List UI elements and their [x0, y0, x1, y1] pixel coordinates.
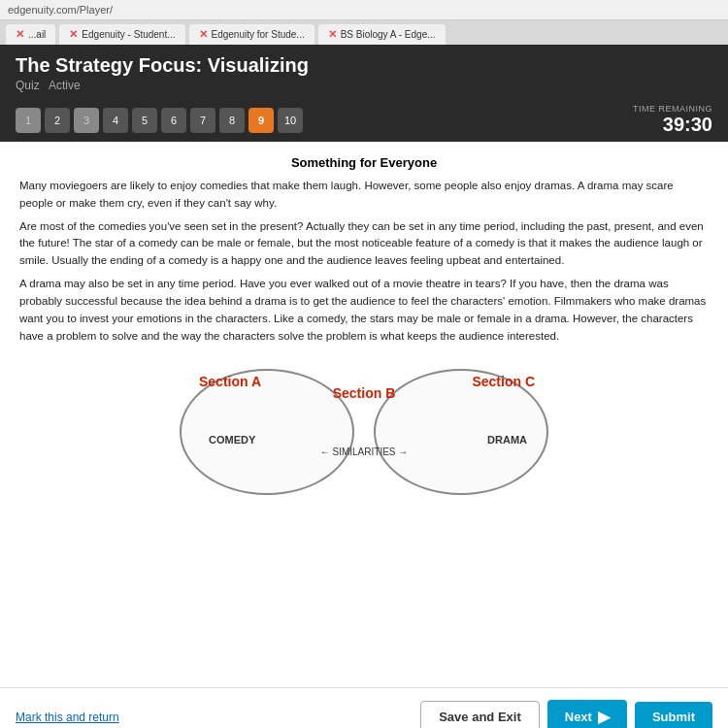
main-content: Something for Everyone Many moviegoers a… — [0, 142, 728, 687]
question-nav-bar: 1 2 3 4 5 6 7 8 9 10 TIME REMAINING 39:3… — [0, 98, 728, 142]
submit-button[interactable]: Submit — [635, 702, 712, 728]
passage-paragraph-1: Many moviegoers are likely to enjoy come… — [19, 178, 709, 213]
question-bubble-2[interactable]: 2 — [45, 108, 70, 133]
question-bubble-6[interactable]: 6 — [161, 108, 186, 133]
quiz-status: Quiz Active — [16, 79, 712, 92]
question-bubble-10[interactable]: 10 — [278, 108, 303, 133]
question-bubbles: 1 2 3 4 5 6 7 8 9 10 — [16, 108, 303, 133]
tab-close-icon-1: ✕ — [16, 28, 24, 41]
mark-return-link[interactable]: Mark this and return — [16, 711, 119, 724]
passage-title: Something for Everyone — [19, 155, 709, 170]
save-exit-button[interactable]: Save and Exit — [420, 701, 540, 728]
tab-close-icon-2: ✕ — [69, 28, 78, 41]
venn-wrapper: Section A Section B Section C COMEDY ← S… — [180, 364, 548, 500]
question-bubble-9[interactable]: 9 — [248, 108, 274, 133]
venn-diagram: Section A Section B Section C COMEDY ← S… — [19, 354, 709, 510]
browser-tabs: ✕ ...ail ✕ Edgenuity - Student... ✕ Edge… — [0, 20, 728, 45]
question-bubble-3[interactable]: 3 — [74, 108, 99, 133]
browser-url-bar: edgenuity.com/Player/ — [0, 0, 728, 20]
tab-close-icon-4: ✕ — [328, 28, 337, 41]
tab-close-icon-3: ✕ — [199, 28, 208, 41]
browser-tab-3[interactable]: ✕ Edgenuity for Stude... — [189, 24, 314, 45]
page-title: The Strategy Focus: Visualizing — [16, 54, 712, 77]
timer: TIME REMAINING 39:30 — [633, 104, 712, 136]
footer: Mark this and return Save and Exit Next … — [0, 687, 728, 728]
venn-comedy-label: COMEDY — [209, 434, 255, 446]
browser-tab-1[interactable]: ✕ ...ail — [6, 24, 55, 45]
question-bubble-4[interactable]: 4 — [103, 108, 128, 133]
question-bubble-7[interactable]: 7 — [190, 108, 215, 133]
venn-section-a-label: Section A — [199, 374, 261, 389]
app-header: The Strategy Focus: Visualizing Quiz Act… — [0, 45, 728, 98]
question-bubble-1[interactable]: 1 — [16, 108, 41, 133]
next-button[interactable]: Next ▶ — [547, 700, 627, 728]
question-bubble-5[interactable]: 5 — [132, 108, 157, 133]
venn-section-c-label: Section C — [472, 374, 535, 389]
footer-buttons: Save and Exit Next ▶ Submit — [420, 700, 712, 728]
chevron-right-icon: ▶ — [598, 708, 610, 726]
question-bubble-8[interactable]: 8 — [219, 108, 245, 133]
venn-similarities-label: ← SIMILARITIES → — [320, 447, 409, 457]
passage-paragraph-3: A drama may also be set in any time peri… — [19, 276, 709, 345]
passage-paragraph-2: Are most of the comedies you've seen set… — [19, 218, 709, 270]
browser-tab-4[interactable]: ✕ BS Biology A - Edge... — [318, 24, 446, 45]
venn-drama-label: DRAMA — [487, 434, 527, 446]
browser-tab-2[interactable]: ✕ Edgenuity - Student... — [59, 24, 184, 45]
venn-section-b-label: Section B — [333, 385, 396, 401]
